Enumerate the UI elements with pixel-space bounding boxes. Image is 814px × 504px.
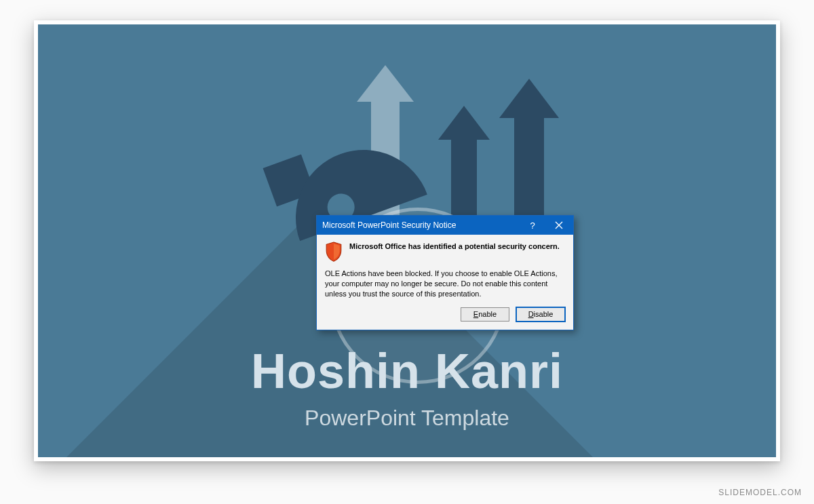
watermark-text: SLIDEMODEL.COM	[718, 488, 802, 497]
disable-button[interactable]: Disable	[516, 307, 565, 322]
dialog-titlebar[interactable]: Microsoft PowerPoint Security Notice ?	[317, 216, 573, 235]
enable-button[interactable]: Enable	[461, 307, 509, 322]
security-dialog: Microsoft PowerPoint Security Notice ?	[316, 215, 574, 330]
disable-button-rest: isable	[534, 310, 554, 318]
slide-background: Hoshin Kanri PowerPoint Template Microso…	[38, 24, 776, 457]
dialog-button-row: Enable Disable	[325, 307, 565, 324]
enable-button-rest: nable	[478, 310, 497, 318]
dialog-title-text: Microsoft PowerPoint Security Notice	[322, 220, 520, 230]
slide-subtitle: PowerPoint Template	[38, 406, 776, 431]
help-icon[interactable]: ?	[520, 220, 545, 231]
slide-title: Hoshin Kanri	[38, 343, 776, 399]
slide-frame: Hoshin Kanri PowerPoint Template Microso…	[34, 20, 780, 461]
shield-icon	[325, 241, 343, 262]
close-icon[interactable]	[545, 221, 573, 229]
dialog-message: OLE Actions have been blocked. If you ch…	[325, 269, 565, 299]
page-root: Hoshin Kanri PowerPoint Template Microso…	[0, 0, 814, 504]
dialog-body: Microsoft Office has identified a potent…	[317, 235, 573, 330]
dialog-heading: Microsoft Office has identified a potent…	[349, 241, 560, 252]
